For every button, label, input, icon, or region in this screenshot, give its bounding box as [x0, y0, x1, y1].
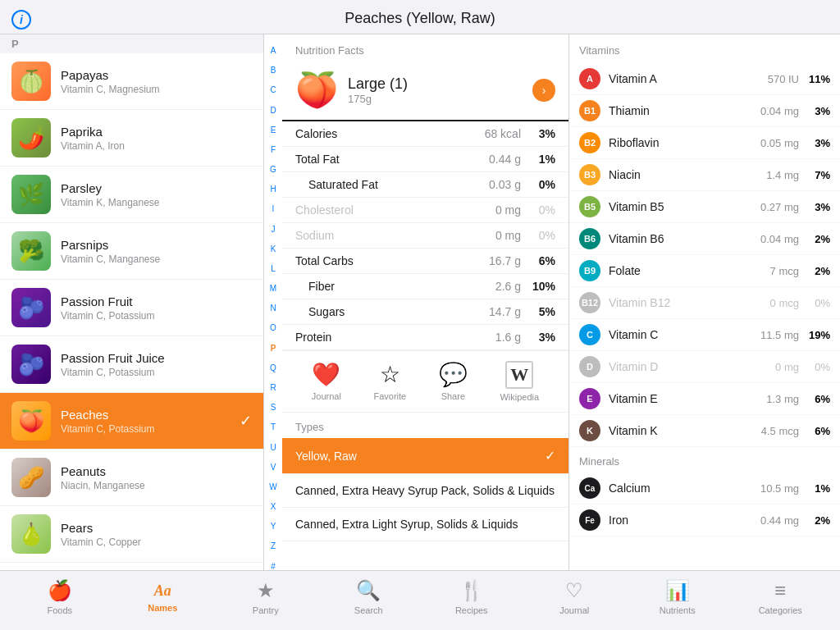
alpha-a[interactable]: A — [271, 46, 276, 56]
alpha-z[interactable]: Z — [271, 541, 276, 551]
vitamin-percent: 3% — [807, 137, 830, 149]
tab-categories[interactable]: ≡ Categories — [729, 574, 833, 620]
vitamin-row[interactable]: K Vitamin K 4.5 mcg 6% — [569, 415, 840, 447]
alpha-u[interactable]: U — [270, 443, 276, 453]
alpha-w[interactable]: W — [269, 482, 276, 492]
tab-names[interactable]: Aa Names — [112, 578, 215, 618]
nutrient-row-cholesterol[interactable]: Cholesterol 0 mg 0% — [282, 198, 568, 223]
main-content: P 🍈 Papayas Vitamin C, Magnesium 🌶️ Papr… — [0, 34, 840, 570]
alpha-e[interactable]: E — [271, 126, 276, 135]
info-icon[interactable]: i — [11, 10, 31, 30]
nutrient-row-satfat[interactable]: Saturated Fat 0.03 g 0% — [282, 172, 568, 198]
vitamin-value: 0 mcg — [750, 297, 799, 309]
alpha-g[interactable]: G — [270, 165, 276, 175]
alpha-r[interactable]: R — [270, 383, 276, 393]
nutrient-row-protein[interactable]: Protein 1.6 g 3% — [282, 325, 568, 350]
favorite-button[interactable]: ☆ Favorite — [373, 361, 406, 402]
nutrient-row-carbs[interactable]: Total Carbs 16.7 g 6% — [282, 249, 568, 274]
list-item[interactable]: 🫐 Passion Fruit Juice Vitamin C, Potassi… — [0, 336, 263, 393]
tab-search[interactable]: 🔍 Search — [317, 574, 421, 620]
vitamin-row[interactable]: B1 Thiamin 0.04 mg 3% — [569, 95, 840, 127]
vitamin-name: Thiamin — [609, 104, 750, 117]
vitamin-row[interactable]: A Vitamin A 570 IU 11% — [569, 63, 840, 95]
nutrient-percent: 0% — [531, 178, 555, 191]
header: i Peaches (Yellow, Raw) — [0, 0, 840, 34]
mineral-badge: Fe — [579, 509, 600, 531]
nutrient-value: 0.03 g — [489, 178, 521, 191]
alpha-m[interactable]: M — [270, 284, 276, 294]
alpha-b[interactable]: B — [271, 66, 276, 75]
nutrient-row-fat[interactable]: Total Fat 0.44 g 1% — [282, 147, 568, 172]
tab-recipes[interactable]: 🍴 Recipes — [420, 574, 523, 620]
vitamin-name: Riboflavin — [609, 136, 750, 149]
nutrient-values: 2.6 g 10% — [495, 280, 555, 293]
vitamin-row[interactable]: D Vitamin D 0 mg 0% — [569, 351, 840, 383]
nutrient-row-sodium[interactable]: Sodium 0 mg 0% — [282, 223, 568, 249]
list-item[interactable]: 🫛 Peas Vitamin C, Manganese — [0, 563, 263, 570]
tab-nutrients[interactable]: 📊 Nutrients — [626, 574, 729, 620]
type-item[interactable]: Canned, Extra Heavy Syrup Pack, Solids &… — [282, 474, 568, 508]
tab-foods[interactable]: 🍎 Foods — [8, 574, 112, 620]
journal-button[interactable]: ❤️ Journal — [312, 361, 341, 402]
vitamin-row[interactable]: B3 Niacin 1.4 mg 7% — [569, 159, 840, 191]
vitamin-row[interactable]: B12 Vitamin B12 0 mcg 0% — [569, 287, 840, 319]
nutrient-row-fiber[interactable]: Fiber 2.6 g 10% — [282, 274, 568, 299]
share-button[interactable]: 💬 Share — [439, 361, 468, 402]
mineral-row[interactable]: Fe Iron 0.44 mg 2% — [569, 504, 840, 536]
alpha-k[interactable]: K — [271, 244, 276, 254]
alpha-s[interactable]: S — [271, 403, 276, 413]
nutrient-value: 0 mg — [495, 203, 521, 217]
list-item[interactable]: 🌶️ Paprika Vitamin A, Iron — [0, 110, 263, 167]
alpha-x[interactable]: X — [271, 502, 276, 512]
nutrient-percent: 1% — [531, 153, 555, 166]
alpha-c[interactable]: C — [270, 85, 276, 95]
alpha-l[interactable]: L — [271, 264, 276, 274]
tab-pantry[interactable]: ★ Pantry — [214, 574, 317, 620]
alpha-hash[interactable]: # — [271, 562, 276, 572]
alpha-p[interactable]: P — [271, 344, 276, 354]
vitamin-row[interactable]: B9 Folate 7 mcg 2% — [569, 255, 840, 287]
nutrient-values: 16.7 g 6% — [489, 254, 555, 267]
alpha-j[interactable]: J — [272, 225, 276, 235]
alpha-t[interactable]: T — [271, 422, 276, 432]
wikipedia-button[interactable]: W Wikipedia — [500, 361, 539, 402]
alpha-i[interactable]: I — [272, 204, 275, 214]
nutrient-value: 16.7 g — [489, 254, 521, 267]
alpha-q[interactable]: Q — [270, 363, 276, 373]
list-item[interactable]: 🥜 Peanuts Niacin, Manganese — [0, 450, 263, 506]
alpha-y[interactable]: Y — [271, 522, 276, 532]
alpha-d[interactable]: D — [270, 106, 276, 116]
food-illustration: 🍑 — [295, 70, 338, 110]
food-name: Peaches — [61, 408, 233, 422]
mineral-row[interactable]: Ca Calcium 10.5 mg 1% — [569, 472, 840, 504]
vitamin-row[interactable]: C Vitamin C 11.5 mg 19% — [569, 319, 840, 351]
type-item-active[interactable]: Yellow, Raw ✓ — [282, 438, 568, 474]
vitamin-row[interactable]: E Vitamin E 1.3 mg 6% — [569, 383, 840, 415]
nutrient-percent: 6% — [531, 254, 555, 267]
type-item[interactable]: Canned, Extra Light Syrup, Solids & Liqu… — [282, 508, 568, 541]
list-item[interactable]: 🫐 Passion Fruit Vitamin C, Potassium — [0, 280, 263, 336]
alpha-h[interactable]: H — [270, 185, 276, 194]
vitamin-row[interactable]: B2 Riboflavin 0.05 mg 3% — [569, 127, 840, 159]
alpha-f[interactable]: F — [271, 145, 276, 155]
vitamin-percent: 2% — [807, 265, 830, 277]
list-item[interactable]: 🍈 Papayas Vitamin C, Magnesium — [0, 53, 263, 110]
list-item[interactable]: 🥦 Parsnips Vitamin C, Manganese — [0, 223, 263, 280]
mineral-percent: 1% — [807, 482, 830, 495]
alpha-n[interactable]: N — [270, 304, 276, 313]
tab-label: Recipes — [455, 605, 488, 615]
vitamin-badge: E — [579, 388, 600, 409]
tab-journal[interactable]: ♡ Journal — [523, 574, 627, 620]
vitamin-row[interactable]: B6 Vitamin B6 0.04 mg 2% — [569, 223, 840, 255]
vitamin-row[interactable]: B5 Vitamin B5 0.27 mg 3% — [569, 191, 840, 223]
food-nutrients: Niacin, Manganese — [61, 480, 252, 491]
food-info: Parsley Vitamin K, Manganese — [61, 181, 252, 208]
nutrient-row-sugars[interactable]: Sugars 14.7 g 5% — [282, 299, 568, 325]
alpha-v[interactable]: V — [271, 463, 276, 472]
nutrient-row-calories[interactable]: Calories 68 kcal 3% — [282, 121, 568, 147]
alpha-o[interactable]: O — [270, 323, 276, 333]
serving-arrow-button[interactable]: › — [532, 79, 555, 102]
list-item[interactable]: 🍐 Pears Vitamin C, Copper — [0, 506, 263, 563]
list-item-active[interactable]: 🍑 Peaches Vitamin C, Potassium ✓ — [0, 393, 263, 450]
list-item[interactable]: 🌿 Parsley Vitamin K, Manganese — [0, 167, 263, 223]
